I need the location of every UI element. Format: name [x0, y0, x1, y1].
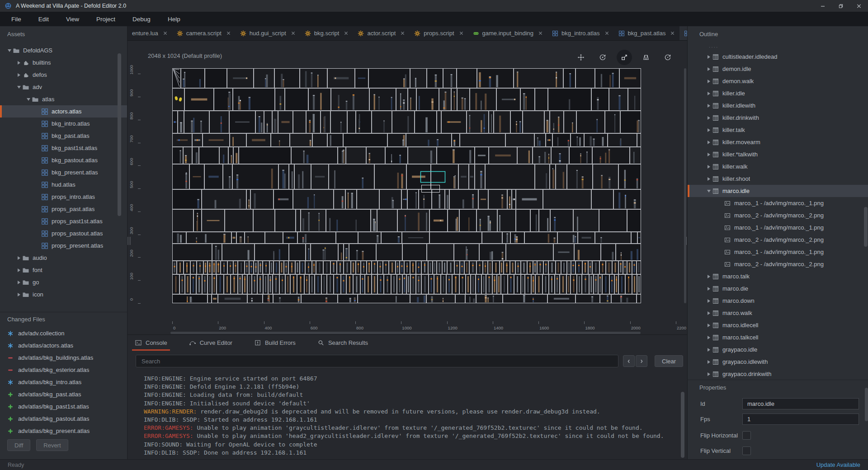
flip-horizontal-checkbox[interactable]	[742, 431, 751, 440]
collapse-arrow-icon[interactable]	[706, 188, 712, 194]
outline-item-killer-drinkwith[interactable]: killer.drinkwith	[688, 112, 868, 124]
outline-item-killer-talkwith[interactable]: killer.*talkwith	[688, 148, 868, 160]
scene-horizontal-scrollbar[interactable]	[127, 332, 687, 334]
expand-arrow-icon[interactable]	[16, 72, 22, 78]
asset-item-defoldags[interactable]: DefoldAGS	[0, 44, 127, 56]
expand-arrow-icon[interactable]	[706, 310, 712, 316]
atlas-texture-canvas[interactable]	[172, 68, 641, 303]
find-next-button[interactable]	[636, 355, 647, 367]
asset-item-props-present-atlas[interactable]: props_present.atlas	[0, 240, 127, 252]
tab-bkg-script[interactable]: bkg.script	[300, 26, 354, 40]
collapse-arrow-icon[interactable]	[16, 84, 22, 90]
changed-file-adv-atlas-actors-atlas[interactable]: adv/atlas/actors.atlas	[0, 339, 127, 352]
asset-item-bkg-past-atlas[interactable]: bkg_past.atlas	[0, 130, 127, 142]
outline-item-killer-talk[interactable]: killer.talk	[688, 124, 868, 136]
expand-arrow-icon[interactable]	[706, 103, 712, 109]
close-tab-icon[interactable]	[163, 31, 168, 36]
asset-item-builtins[interactable]: builtins	[0, 56, 127, 69]
id-input[interactable]	[742, 398, 859, 409]
restore-button[interactable]	[832, 0, 850, 12]
expand-arrow-icon[interactable]	[706, 127, 712, 133]
asset-item-icon[interactable]: icon	[0, 288, 127, 301]
close-button[interactable]	[850, 0, 868, 12]
close-tab-icon[interactable]	[459, 31, 464, 36]
minimize-button[interactable]	[814, 0, 832, 12]
changed-file-adv-atlas-bkg-intro-atlas[interactable]: adv/atlas/bkg_intro.atlas	[0, 376, 127, 388]
left-splitter-handle[interactable]	[126, 237, 132, 245]
outline-item-marco-talkcell[interactable]: marco.talkcell	[688, 331, 868, 343]
menu-edit[interactable]: Edit	[30, 12, 57, 26]
close-tab-icon[interactable]	[604, 31, 609, 36]
console-scrollbar[interactable]	[681, 392, 684, 458]
outline-item-marco-walk[interactable]: marco.walk	[688, 307, 868, 319]
close-tab-icon[interactable]	[400, 31, 405, 36]
changed-file-adv-atlas-bkg-past-atlas[interactable]: adv/atlas/bkg_past.atlas	[0, 388, 127, 400]
console-tab-curve-editor[interactable]: Curve Editor	[186, 336, 235, 351]
update-available-link[interactable]: Update Available	[816, 461, 860, 468]
outline-item-killer-idlewith[interactable]: killer.idlewith	[688, 99, 868, 112]
asset-item-bkg-past1st-atlas[interactable]: bkg_past1st.atlas	[0, 142, 127, 154]
changed-file-adv-atlas-bkg-past1st-atlas[interactable]: adv/atlas/bkg_past1st.atlas	[0, 400, 127, 413]
outline-item-marco-idlecell[interactable]: marco.idlecell	[688, 319, 868, 331]
outline-item-marco-talk[interactable]: marco.talk	[688, 270, 868, 282]
expand-arrow-icon[interactable]	[16, 279, 22, 286]
tab-bkg-intro-atlas[interactable]: bkg_intro.atlas	[547, 26, 614, 40]
changed-file-adv-atlas-bkg-present-atlas[interactable]: adv/atlas/bkg_present.atlas	[0, 425, 127, 437]
expand-arrow-icon[interactable]	[706, 334, 712, 341]
collapse-arrow-icon[interactable]	[6, 47, 13, 54]
asset-item-bkg-present-atlas[interactable]: bkg_present.atlas	[0, 166, 127, 179]
tab-actors-atlas[interactable]: actors.atlas	[679, 26, 687, 40]
tab-bkg-past-atlas[interactable]: bkg_past.atlas	[614, 26, 680, 40]
menu-help[interactable]: Help	[159, 12, 189, 26]
expand-arrow-icon[interactable]	[16, 60, 22, 66]
frustum-tool-button[interactable]	[638, 50, 654, 65]
clear-console-button[interactable]: Clear	[655, 355, 683, 367]
tab-actor-script[interactable]: actor.script	[353, 26, 410, 40]
console-search-input[interactable]	[136, 355, 618, 367]
asset-item-props-pastout-atlas[interactable]: props_pastout.atlas	[0, 227, 127, 240]
expand-arrow-icon[interactable]	[706, 273, 712, 280]
asset-item-actors-atlas[interactable]: actors.atlas	[0, 105, 127, 118]
diff-button[interactable]: Diff	[7, 439, 30, 451]
scene-viewport[interactable]: 10009008007006005004003002001000 0200400…	[127, 41, 687, 334]
expand-arrow-icon[interactable]	[706, 347, 712, 353]
expand-arrow-icon[interactable]	[706, 54, 712, 60]
expand-arrow-icon[interactable]	[706, 359, 712, 365]
menu-file[interactable]: File	[3, 12, 30, 26]
outline-item-marco-1-adv-img-marco-1-png[interactable]: marco._1 - /adv/img/marco._1.png	[688, 197, 868, 209]
scene-vertical-scrollbar[interactable]	[684, 68, 686, 303]
asset-item-adv[interactable]: adv	[0, 81, 127, 93]
tab-hud-gui-script[interactable]: hud.gui_script	[236, 26, 300, 40]
asset-item-props-past1st-atlas[interactable]: props_past1st.atlas	[0, 215, 127, 227]
asset-item-defos[interactable]: defos	[0, 69, 127, 81]
outline-item-cultistleader-idledead[interactable]: cultistleader.idledead	[688, 51, 868, 63]
asset-item-atlas[interactable]: atlas	[0, 93, 127, 105]
outline-item-marco-idle[interactable]: marco.idle	[688, 185, 868, 197]
outline-item-killer-walk[interactable]: killer.walk	[688, 160, 868, 173]
changed-file-adv-atlas-bkg-buildings-atlas[interactable]: adv/atlas/bkg_buildings.atlas	[0, 352, 127, 364]
outline-item-marco-2-adv-img-marco-2-png[interactable]: marco._2 - /adv/img/marco._2.png	[688, 209, 868, 221]
expand-arrow-icon[interactable]	[706, 298, 712, 304]
menu-debug[interactable]: Debug	[124, 12, 159, 26]
expand-arrow-icon[interactable]	[706, 115, 712, 121]
tab-game-input-binding[interactable]: game.input_binding	[468, 26, 547, 40]
outline-item-demon-walk[interactable]: demon.walk	[688, 75, 868, 87]
close-tab-icon[interactable]	[226, 31, 231, 36]
menu-view[interactable]: View	[57, 12, 88, 26]
outline-item-marco-1-adv-img-marco-1-png[interactable]: marco._1 - /adv/img/marco._1.png	[688, 221, 868, 234]
changed-file-adv-atlas-bkg-pastout-atlas[interactable]: adv/atlas/bkg_pastout.atlas	[0, 413, 127, 425]
console-tab-build-errors[interactable]: Build Errors	[251, 336, 298, 351]
outline-item-killer-idle[interactable]: killer.idle	[688, 87, 868, 99]
menu-project[interactable]: Project	[88, 12, 124, 26]
asset-item-go[interactable]: go	[0, 276, 127, 288]
expand-arrow-icon[interactable]	[706, 66, 712, 72]
collapse-arrow-icon[interactable]	[25, 96, 32, 103]
outline-item-[interactable]: ····	[688, 43, 868, 51]
outline-item-demon-idle[interactable]: demon.idle	[688, 63, 868, 75]
tab-camera-script[interactable]: camera.script	[172, 26, 236, 40]
console-tab-search-results[interactable]: Search Results	[315, 336, 371, 351]
expand-arrow-icon[interactable]	[16, 255, 22, 261]
outline-item-marco-die[interactable]: marco.die	[688, 282, 868, 295]
outline-item-marco-1-adv-img-marco-1-png[interactable]: marco._1 - /adv/img/marco._1.png	[688, 246, 868, 258]
expand-arrow-icon[interactable]	[16, 291, 22, 298]
